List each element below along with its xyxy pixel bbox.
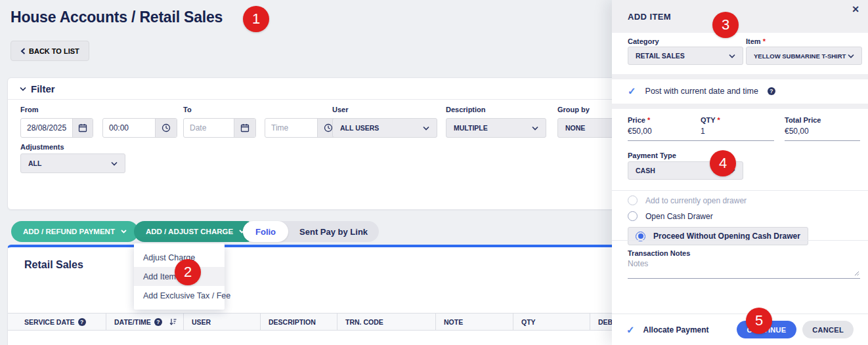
tab-folio[interactable]: Folio — [243, 221, 288, 242]
group-by-select-value: NONE — [565, 124, 585, 132]
price-label: Price * — [628, 116, 650, 124]
description-select[interactable]: MULTIPLE — [446, 118, 546, 138]
user-select[interactable]: ALL USERS — [332, 118, 437, 138]
required-mark: * — [647, 116, 650, 124]
item-select-value: YELLOW SUBMARINE T-SHIRT — [754, 52, 846, 60]
checkmark-icon: ✓ — [628, 86, 636, 96]
post-current-date-label: Post with current date and time — [645, 87, 758, 96]
calendar-icon[interactable] — [234, 119, 255, 137]
cancel-button[interactable]: CANCEL — [802, 321, 854, 338]
to-date-input[interactable]: Date — [183, 118, 256, 138]
column-date-time[interactable]: DATE/TIME ? — [106, 314, 183, 330]
column-label: DESCRIPTION — [269, 318, 316, 326]
column-user: USER — [183, 314, 260, 330]
post-current-date-checkbox[interactable]: ✓ Post with current date and time ? — [628, 86, 775, 96]
category-label: Category — [628, 37, 659, 45]
radio-proceed-without-opening[interactable]: Proceed Without Opening Cash Drawer — [628, 227, 808, 245]
clock-icon[interactable] — [155, 119, 177, 137]
calendar-icon[interactable] — [72, 119, 93, 137]
group-by-label: Group by — [557, 106, 590, 113]
transaction-notes-textarea[interactable]: Notes — [628, 259, 860, 279]
column-label: USER — [192, 318, 211, 326]
step-badge-5: 5 — [746, 308, 772, 334]
radio-icon — [628, 195, 638, 205]
radio-add-to-open-drawer[interactable]: Add to currently open drawer — [628, 195, 747, 205]
qty-input[interactable]: 1 — [701, 127, 774, 141]
transaction-notes-label: Transaction Notes — [628, 249, 690, 257]
total-price-value: €50,00 — [785, 127, 860, 141]
add-item-panel: ADD ITEM ✕ Category RETAIL SALES Item * … — [612, 0, 868, 345]
section-title: Retail Sales — [24, 259, 83, 271]
step-badge-1: 1 — [243, 6, 269, 32]
sort-icon[interactable] — [169, 318, 177, 325]
to-time-input[interactable]: Time — [265, 118, 339, 138]
chevron-left-icon — [20, 48, 26, 54]
category-select-value: RETAIL SALES — [636, 52, 685, 60]
column-trn-code: TRN. CODE — [337, 314, 435, 330]
column-service-date[interactable]: SERVICE DATE ? — [8, 314, 106, 330]
column-label: DATE/TIME — [114, 318, 151, 326]
help-icon: ? — [768, 87, 775, 95]
price-input[interactable]: €50,00 — [628, 127, 701, 141]
divider — [612, 240, 868, 241]
item-label-text: Item — [746, 37, 761, 45]
column-note: NOTE — [435, 314, 513, 330]
user-select-value: ALL USERS — [340, 124, 379, 132]
close-icon[interactable]: ✕ — [852, 5, 859, 14]
add-adjust-charge-button[interactable]: ADD / ADJUST CHARGE — [134, 221, 257, 242]
column-label: QTY — [521, 318, 536, 326]
from-date-input[interactable]: 28/08/2025 — [20, 118, 93, 138]
column-label: SERVICE DATE — [24, 318, 75, 326]
notes-placeholder: Notes — [628, 259, 648, 268]
resize-handle-icon[interactable] — [854, 270, 859, 276]
radio-label: Proceed Without Opening Cash Drawer — [653, 232, 800, 241]
radio-icon — [628, 211, 638, 221]
help-icon: ? — [154, 318, 162, 326]
from-time-value: 00:00 — [103, 119, 155, 137]
payment-type-label: Payment Type — [628, 152, 676, 159]
add-refund-payment-label: ADD / REFUND PAYMENT — [23, 228, 115, 235]
qty-label: QTY * — [701, 116, 720, 124]
required-mark: * — [717, 116, 720, 124]
panel-title: ADD ITEM — [612, 0, 868, 33]
help-icon: ? — [78, 318, 86, 326]
chevron-down-icon — [121, 230, 127, 233]
item-label: Item * — [746, 37, 766, 45]
folio-sentpay-toggle: Folio Sent Pay by Link — [243, 221, 379, 242]
section-divider — [612, 104, 868, 109]
radio-open-cash-drawer[interactable]: Open Cash Drawer — [628, 211, 713, 221]
from-time-input[interactable]: 00:00 — [102, 118, 177, 138]
total-price-label: Total Price — [785, 116, 821, 124]
section-divider — [612, 74, 868, 79]
step-badge-2: 2 — [175, 259, 201, 285]
back-to-list-button[interactable]: BACK TO LIST — [11, 41, 89, 61]
category-select[interactable]: RETAIL SALES — [628, 47, 743, 65]
from-label: From — [20, 106, 39, 113]
adjustments-select-value: ALL — [28, 159, 41, 167]
step-badge-3: 3 — [712, 12, 739, 38]
allocate-payment-checkbox[interactable]: ✓ Allocate Payment — [626, 325, 709, 335]
chevron-down-icon — [423, 126, 429, 131]
from-date-value: 28/08/2025 — [21, 119, 72, 137]
add-adjust-charge-label: ADD / ADJUST CHARGE — [146, 228, 233, 235]
description-select-value: MULTIPLE — [454, 124, 488, 132]
divider — [612, 190, 868, 191]
to-time-placeholder: Time — [265, 119, 317, 137]
menu-item-add-exclusive-tax-fee[interactable]: Add Exclusive Tax / Fee — [134, 286, 225, 305]
column-description: DESCRIPTION — [260, 314, 337, 330]
description-label: Description — [446, 106, 486, 113]
filter-title: Filter — [31, 83, 55, 94]
item-select[interactable]: YELLOW SUBMARINE T-SHIRT — [746, 47, 862, 65]
payment-type-select-value: CASH — [636, 167, 655, 174]
user-label: User — [332, 106, 348, 113]
price-label-text: Price — [628, 116, 645, 124]
adjustments-select[interactable]: ALL — [20, 153, 125, 173]
page-title: House Accounts / Retail Sales — [11, 9, 223, 26]
checkmark-icon: ✓ — [626, 325, 635, 335]
tab-sent-pay-by-link[interactable]: Sent Pay by Link — [288, 227, 379, 237]
add-refund-payment-button[interactable]: ADD / REFUND PAYMENT — [11, 221, 139, 242]
to-label: To — [183, 106, 192, 113]
radio-label: Add to currently open drawer — [645, 196, 747, 205]
chevron-down-icon — [532, 126, 538, 131]
column-label: TRN. CODE — [345, 318, 383, 326]
